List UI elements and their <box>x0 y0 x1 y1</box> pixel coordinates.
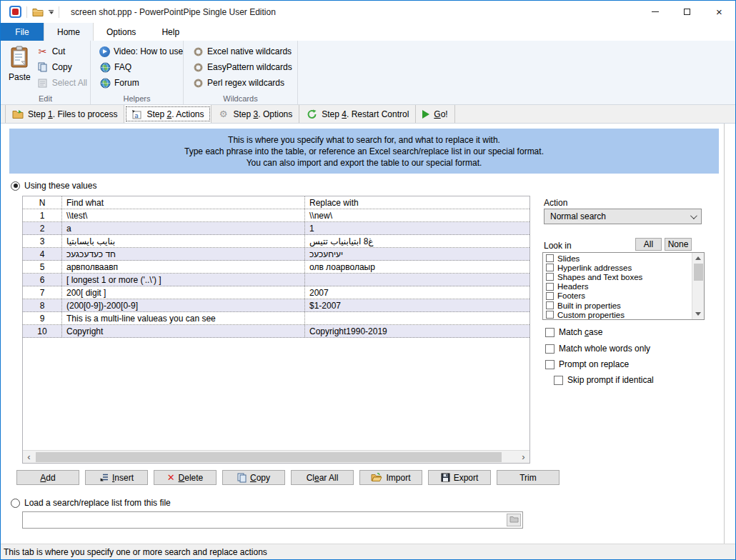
step-tab-options[interactable]: ⚙ Step 3. Options <box>212 105 300 123</box>
replace-cell[interactable]: 2007 <box>305 286 529 299</box>
excel-native-wildcards-button[interactable]: Excel native wildcards <box>189 45 295 58</box>
row-number[interactable]: 5 <box>23 261 62 273</box>
checkbox-icon[interactable] <box>546 254 554 262</box>
add-button[interactable]: Add <box>16 470 79 485</box>
qat-dropdown-icon[interactable] <box>49 10 54 14</box>
scrollbar-thumb[interactable] <box>36 452 502 462</box>
checkbox-icon[interactable] <box>546 292 554 300</box>
look-in-item-builtin-properties[interactable]: Built in properties <box>543 301 692 310</box>
video-how-to-use-button[interactable]: Video: How to use <box>96 45 186 58</box>
find-cell[interactable]: 200[ digit ] <box>62 286 305 299</box>
find-cell[interactable]: This is a multi-line valueas you can see <box>62 312 305 324</box>
file-path-input[interactable] <box>23 512 507 528</box>
look-in-item-slides[interactable]: Slides <box>543 254 692 263</box>
horizontal-scrollbar[interactable]: ‹ › <box>23 450 529 463</box>
none-button[interactable]: None <box>665 238 692 251</box>
maximize-button[interactable] <box>671 1 703 23</box>
replace-cell[interactable]: Copyright1990-2019 <box>305 325 529 337</box>
load-list-radio[interactable]: Load a search/replace list from this fil… <box>11 498 171 508</box>
step-tab-restart[interactable]: Step 4. Restart Control <box>299 105 416 123</box>
row-number[interactable]: 7 <box>23 286 62 299</box>
checkbox-icon[interactable] <box>545 328 555 337</box>
find-cell[interactable]: بنايب بايسابتيا <box>62 235 305 247</box>
look-in-item-headers[interactable]: Headers <box>543 282 692 291</box>
scrollbar-thumb[interactable] <box>694 264 703 281</box>
row-number[interactable]: 2 <box>23 222 62 234</box>
row-number[interactable]: 10 <box>23 325 62 337</box>
row-number[interactable]: 4 <box>23 248 62 260</box>
export-button[interactable]: Export <box>428 470 491 485</box>
copy-button[interactable]: Copy <box>34 61 90 74</box>
replace-cell[interactable] <box>305 312 529 324</box>
close-button[interactable]: × <box>703 1 735 23</box>
replace-cell[interactable]: \\new\ <box>305 209 529 221</box>
step-tab-files[interactable]: Step 1. Files to process <box>5 105 124 123</box>
replace-cell[interactable]: олв лоарволаыр <box>305 261 529 273</box>
find-cell[interactable]: (200[0-9])-200[0-9] <box>62 299 305 311</box>
table-empty-area[interactable] <box>23 338 529 450</box>
checkbox-icon[interactable] <box>545 360 555 369</box>
scroll-up-icon[interactable] <box>692 253 704 264</box>
app-icon[interactable] <box>9 6 21 18</box>
step-tab-go[interactable]: Go! <box>416 105 454 123</box>
copy-row-button[interactable]: Copy <box>222 470 285 485</box>
find-cell[interactable]: חד כעדעכגעכ <box>62 248 305 260</box>
replace-cell[interactable]: $1-2007 <box>305 299 529 311</box>
tab-file[interactable]: File <box>1 23 44 41</box>
forum-button[interactable]: Forum <box>96 76 186 89</box>
tab-options[interactable]: Options <box>94 23 149 41</box>
action-dropdown[interactable]: Normal search <box>544 209 702 224</box>
clear-all-button[interactable]: Clear All <box>291 470 354 485</box>
row-number[interactable]: 8 <box>23 299 62 311</box>
checkbox-icon[interactable] <box>546 301 554 309</box>
replace-cell[interactable]: غ8 ابتيابنياب تتيس <box>305 235 529 247</box>
checkbox-icon[interactable] <box>546 273 554 281</box>
match-case-checkbox[interactable]: Match case <box>545 327 602 337</box>
easypattern-wildcards-button[interactable]: EasyPattern wildcards <box>189 61 295 74</box>
scroll-down-icon[interactable] <box>692 309 704 319</box>
checkbox-icon[interactable] <box>554 376 563 385</box>
look-in-item-custom-properties[interactable]: Custom properties <box>543 310 692 319</box>
all-button[interactable]: All <box>635 238 662 251</box>
faq-button[interactable]: FAQ <box>96 61 186 74</box>
row-number[interactable]: 3 <box>23 235 62 247</box>
tab-help[interactable]: Help <box>149 23 192 41</box>
replace-cell[interactable] <box>305 274 529 286</box>
scroll-right-icon[interactable]: › <box>517 451 529 463</box>
cut-button[interactable]: ✂ Cut <box>34 45 90 58</box>
step-tab-actions[interactable]: a Step 2. Actions <box>124 105 211 123</box>
replace-cell[interactable]: 1 <box>305 222 529 234</box>
browse-button[interactable] <box>507 514 521 526</box>
row-number[interactable]: 6 <box>23 274 62 286</box>
scroll-left-icon[interactable]: ‹ <box>23 451 35 463</box>
find-cell[interactable]: арвполваавп <box>62 261 305 273</box>
using-these-values-radio[interactable]: Using these values <box>11 181 96 191</box>
tab-home[interactable]: Home <box>44 23 94 41</box>
checkbox-icon[interactable] <box>545 344 555 354</box>
vertical-scrollbar[interactable] <box>692 253 704 319</box>
row-number[interactable]: 9 <box>23 312 62 324</box>
find-cell[interactable]: [ longest 1 or more ('..\') ] <box>62 274 305 286</box>
skip-prompt-if-identical-checkbox[interactable]: Skip prompt if identical <box>554 375 654 385</box>
import-button[interactable]: Import <box>359 470 422 485</box>
minimize-button[interactable] <box>639 1 671 23</box>
find-cell[interactable]: a <box>62 222 305 234</box>
paste-button[interactable]: Paste <box>5 44 34 93</box>
select-all-button[interactable]: Select All <box>34 76 90 89</box>
find-cell[interactable]: \\test\ <box>62 209 305 221</box>
look-in-item-hyperlinks[interactable]: Hyperlink addresses <box>543 263 692 272</box>
folder-icon[interactable] <box>32 6 44 18</box>
perl-regex-wildcards-button[interactable]: Perl regex wildcards <box>189 76 295 89</box>
replace-cell[interactable]: יעיחעכעכ <box>305 248 529 260</box>
look-in-item-footers[interactable]: Footers <box>543 291 692 301</box>
insert-button[interactable]: Insert <box>85 470 148 485</box>
checkbox-icon[interactable] <box>546 311 554 319</box>
checkbox-icon[interactable] <box>546 264 554 271</box>
prompt-on-replace-checkbox[interactable]: Prompt on replace <box>545 359 629 369</box>
find-cell[interactable]: Copyright <box>62 325 305 337</box>
checkbox-icon[interactable] <box>546 283 554 291</box>
row-number[interactable]: 1 <box>23 209 62 221</box>
delete-button[interactable]: ✕ Delete <box>154 470 217 485</box>
match-whole-words-checkbox[interactable]: Match whole words only <box>545 344 650 354</box>
look-in-item-shapes[interactable]: Shapes and Text boxes <box>543 272 692 281</box>
